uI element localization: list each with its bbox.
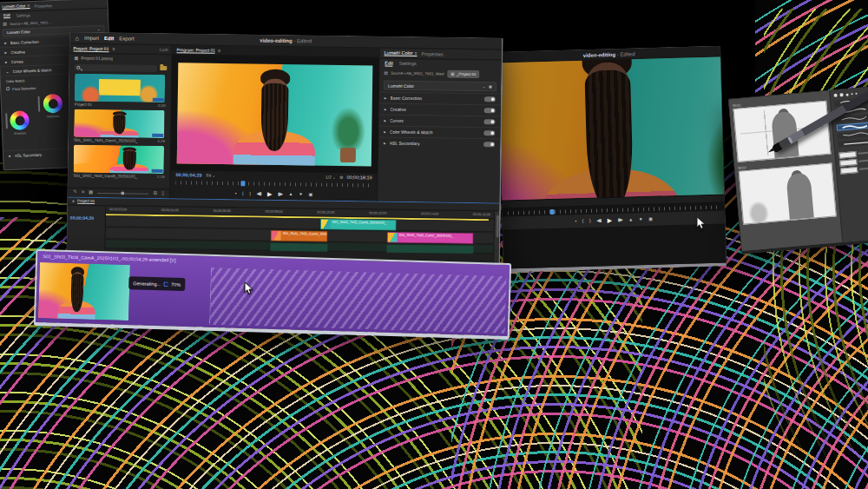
filmstrip-icon: ▤ <box>384 71 388 76</box>
timeline-scrollbar[interactable] <box>493 211 499 263</box>
home-icon[interactable]: ⌂ <box>76 35 79 41</box>
thumbnail-size-slider[interactable] <box>97 192 148 194</box>
brush-size-dot[interactable] <box>839 93 843 96</box>
section-toggle[interactable] <box>484 96 496 102</box>
brush-preset-5[interactable] <box>837 130 868 140</box>
lumetri-preset-dropdown[interactable]: Lumetri Color ⌄ ◉ <box>384 81 496 92</box>
menu-edit[interactable]: Edit <box>104 36 114 41</box>
timeline-clip-teal[interactable]: S01_Sh02_Tk02_CamB_20250103_ <box>320 219 397 231</box>
project-item-sequence[interactable]: Project 010;00 <box>75 74 167 108</box>
zoom-level-dropdown[interactable]: Fit⌄ <box>207 173 216 178</box>
tab-properties[interactable]: Properties <box>34 3 52 9</box>
subtab-settings[interactable]: Settings <box>399 61 417 66</box>
storyboard-frame-1[interactable] <box>733 101 832 162</box>
panel-menu-icon[interactable]: ≡ <box>415 51 418 56</box>
timeline-clip-magenta[interactable]: S01_Sh05_Tk03_CamC_20250103_ <box>387 232 474 244</box>
visibility-icon[interactable]: ◉ <box>489 84 492 89</box>
face-detection-checkbox[interactable] <box>6 87 10 90</box>
panel-menu-icon[interactable]: ≡ <box>27 3 30 8</box>
timeline-clip-orange[interactable]: S01_Sh01_Tk01_CamA_20250103_ <box>271 230 328 242</box>
scrub-track[interactable] <box>175 181 372 187</box>
section-label: Basic Correction <box>390 96 481 102</box>
add-marker-button[interactable]: ▪ <box>235 191 236 195</box>
search-input[interactable] <box>74 63 157 71</box>
section-toggle[interactable] <box>483 142 495 147</box>
win2-step-back-button[interactable]: ◀▮ <box>596 218 602 222</box>
win2-lift-button[interactable]: ▲ <box>628 217 633 221</box>
win2-mark-out-button[interactable]: } <box>589 219 590 223</box>
project-item-clip-b[interactable]: S01_Sh02_Tk02_CamB_20250103_2;19 <box>74 145 166 179</box>
duration-timecode: 00;00;18;19 <box>346 175 372 180</box>
timeline-timecode[interactable]: 00;00;04;29 <box>70 215 94 221</box>
chevron-down-icon: ⌄ <box>332 175 336 179</box>
pencil-icon[interactable]: ✎ <box>73 190 77 195</box>
win2-extract-button[interactable]: ▼ <box>639 217 643 221</box>
brush-size-dot[interactable] <box>851 93 853 96</box>
trash-icon[interactable]: ▯ <box>161 191 164 196</box>
chevron-right-icon: ▸ <box>384 141 386 145</box>
menu-import[interactable]: Import <box>84 36 99 41</box>
subtab-edit[interactable]: Edit <box>3 13 10 18</box>
project-item-clip-a[interactable]: S01_Sh01_Tk01_CamA_20250103_4;29 <box>74 109 166 143</box>
audio-clip[interactable] <box>270 243 327 252</box>
settings-gear-icon[interactable]: ⚙ <box>339 175 344 179</box>
generative-extend-clip[interactable]: S01_Sh03_Tk04_CamA_20250103_-00;00;04;29… <box>34 249 511 340</box>
win2-step-forward-button[interactable]: ▮▶ <box>618 218 623 222</box>
layer-row[interactable] <box>838 149 868 159</box>
tab-project[interactable]: Project: Project 01 <box>74 45 109 52</box>
win2-playhead[interactable] <box>549 208 554 214</box>
section-toggle[interactable] <box>483 130 495 135</box>
step-back-button[interactable]: ◀▮ <box>256 191 261 195</box>
brush-size-dot[interactable] <box>845 93 848 96</box>
section-label: Curves <box>390 118 481 124</box>
panel-menu-icon[interactable]: ≡ <box>112 47 115 51</box>
win2-add-marker-button[interactable]: ▪ <box>575 219 575 223</box>
list-view-icon[interactable]: ≡ <box>82 190 84 195</box>
brush-preset-6[interactable] <box>838 138 868 148</box>
tab-lumetri-color[interactable]: Lumetri Color≡ <box>385 50 418 57</box>
step-forward-button[interactable]: ▮▶ <box>278 191 283 195</box>
audio-clip[interactable] <box>386 245 473 254</box>
folder-icon[interactable] <box>160 66 167 70</box>
new-item-icon[interactable]: ⊞ <box>154 191 158 196</box>
subtab-edit[interactable]: Edit <box>385 60 393 66</box>
shadows-wheel[interactable] <box>10 110 30 130</box>
playhead[interactable] <box>240 181 245 186</box>
midtones-wheel[interactable] <box>43 94 62 114</box>
layer-row[interactable] <box>839 157 868 167</box>
brush-preset-4-selected[interactable] <box>837 122 868 131</box>
storyboard-frame-2[interactable] <box>739 162 837 224</box>
brush-size-dot[interactable] <box>833 94 837 97</box>
play-button[interactable]: ▶ <box>267 190 272 196</box>
tab-program[interactable]: Program: Project 01 <box>177 47 216 54</box>
tab-sequence[interactable]: Project 01 <box>77 199 95 204</box>
win2-play-button[interactable]: ▶ <box>608 217 612 223</box>
grid-view-icon[interactable]: ▦ <box>89 190 93 195</box>
win2-mark-in-button[interactable]: { <box>582 219 583 223</box>
panel-menu-icon[interactable]: ≡ <box>218 48 220 52</box>
section-toggle[interactable] <box>484 108 496 113</box>
section-toggle[interactable] <box>483 119 495 124</box>
playback-resolution-dropdown[interactable]: 1/2⌄ <box>326 175 336 180</box>
lumetri-section-hsl-secondary[interactable]: ▸ HSL Secondary <box>378 137 500 150</box>
export-frame-button[interactable]: ▣ <box>308 192 312 196</box>
tab-properties[interactable]: Properties <box>421 51 443 56</box>
current-timecode[interactable]: 00;00;04;29 <box>176 172 202 177</box>
menu-export[interactable]: Export <box>119 36 134 41</box>
shadows-slider[interactable] <box>5 113 8 129</box>
extract-button[interactable]: ▼ <box>299 192 303 196</box>
chevron-down-icon[interactable]: ⌄ <box>96 27 100 31</box>
sequence-chip-button[interactable]: ▣_Project 01 <box>447 70 480 79</box>
chevron-down-icon[interactable]: ⌄ <box>482 84 485 89</box>
brush-size-dot[interactable] <box>855 93 857 95</box>
tab-lumetri-color[interactable]: Lumetri Color≡ <box>2 3 30 10</box>
mark-out-button[interactable]: } <box>249 191 250 195</box>
mark-in-button[interactable]: { <box>242 191 243 195</box>
panel-menu-icon[interactable]: ≡ <box>72 199 75 203</box>
layer-row[interactable] <box>840 165 868 175</box>
midtones-slider[interactable] <box>38 96 41 112</box>
tab-lumetri-truncated[interactable]: Lum <box>160 47 168 52</box>
subtab-settings[interactable]: Settings <box>16 13 30 18</box>
win2-export-frame-button[interactable]: ▣ <box>648 217 652 221</box>
lift-button[interactable]: ▲ <box>289 192 293 196</box>
